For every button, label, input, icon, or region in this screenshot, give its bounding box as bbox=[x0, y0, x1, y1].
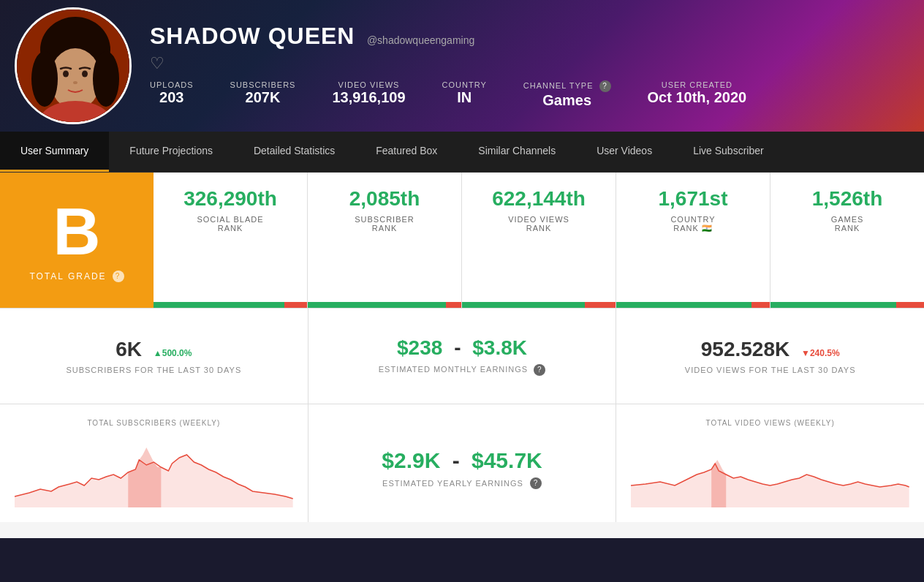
country-rank-value: 1,671st bbox=[627, 187, 759, 211]
rank-cards: 326,290th SOCIAL BLADERANK 2,085th SUBSC… bbox=[154, 173, 924, 308]
user-created-stat: USER CREATED Oct 10th, 2020 bbox=[648, 80, 747, 109]
svg-point-6 bbox=[63, 71, 69, 78]
video-views-chart-label: TOTAL VIDEO VIEWS (WEEKLY) bbox=[631, 419, 909, 427]
video-views-30day-label: VIDEO VIEWS FOR THE LAST 30 DAYS bbox=[685, 366, 856, 374]
video-views-chart-card: TOTAL VIDEO VIEWS (WEEKLY) bbox=[616, 404, 924, 522]
video-views-trend-badge: ▼240.5% bbox=[801, 348, 840, 358]
nav-bar: User Summary Future Projections Detailed… bbox=[0, 132, 924, 173]
social-blade-rank-value: 326,290th bbox=[164, 187, 296, 211]
video-views-stat: VIDEO VIEWS 13,916,109 bbox=[332, 80, 405, 109]
yearly-earnings-label: ESTIMATED YEARLY EARNINGS ? bbox=[382, 477, 542, 489]
channel-type-help-icon[interactable]: ? bbox=[599, 80, 611, 92]
favorite-icon[interactable]: ♡ bbox=[150, 54, 909, 73]
header: SHADOW QUEEN @shadowqueengaming ♡ UPLOAD… bbox=[0, 0, 924, 132]
subscribers-chart-card: TOTAL SUBSCRIBERS (WEEKLY) bbox=[0, 404, 308, 522]
subscribers-30day-card: 6K ▲500.0% SUBSCRIBERS FOR THE LAST 30 D… bbox=[0, 309, 308, 404]
monthly-earnings-card: $238 - $3.8K ESTIMATED MONTHLY EARNINGS … bbox=[308, 309, 617, 404]
channel-type-stat: CHANNEL TYPE ? Games bbox=[523, 80, 611, 109]
video-views-rank-card: 622,144th VIDEO VIEWSRANK bbox=[462, 173, 616, 308]
grade-box: B TOTAL GRADE ? bbox=[0, 173, 154, 308]
svg-point-8 bbox=[73, 81, 77, 84]
monthly-earnings-high: $3.8K bbox=[472, 336, 527, 359]
subscriber-rank-card: 2,085th SUBSCRIBERRANK bbox=[308, 173, 462, 308]
monthly-earnings-help-icon[interactable]: ? bbox=[534, 364, 545, 376]
channel-name: SHADOW QUEEN bbox=[150, 23, 355, 49]
grade-letter: B bbox=[53, 199, 101, 265]
header-stats: UPLOADS 203 SUBSCRIBERS 207K VIDEO VIEWS… bbox=[150, 80, 909, 109]
nav-item-similar-channels[interactable]: Similar Channels bbox=[458, 132, 576, 172]
svg-point-3 bbox=[31, 51, 58, 107]
nav-item-featured-box[interactable]: Featured Box bbox=[355, 132, 458, 172]
svg-point-7 bbox=[82, 71, 88, 78]
grade-label: TOTAL GRADE ? bbox=[29, 271, 124, 282]
subscribers-trend-badge: ▲500.0% bbox=[154, 348, 192, 358]
subscribers-chart-area bbox=[15, 434, 293, 507]
yearly-earnings-help-icon[interactable]: ? bbox=[530, 477, 542, 489]
channel-handle: @shadowqueengaming bbox=[367, 34, 474, 46]
video-views-rank-value: 622,144th bbox=[473, 187, 605, 211]
video-views-chart-area bbox=[631, 434, 909, 507]
svg-marker-10 bbox=[128, 447, 161, 507]
grade-help-icon[interactable]: ? bbox=[113, 271, 124, 282]
subscribers-30day-value: 6K bbox=[116, 338, 142, 360]
monthly-earnings-label: ESTIMATED MONTHLY EARNINGS ? bbox=[379, 364, 546, 376]
video-views-30day-value: 952.528K bbox=[701, 338, 789, 360]
yearly-earnings-low: $2.9K bbox=[382, 448, 440, 472]
channel-info: SHADOW QUEEN @shadowqueengaming ♡ UPLOAD… bbox=[150, 23, 909, 109]
svg-marker-12 bbox=[712, 460, 727, 507]
nav-item-user-videos[interactable]: User Videos bbox=[576, 132, 673, 172]
subscriber-rank-value: 2,085th bbox=[319, 187, 450, 211]
svg-point-4 bbox=[93, 51, 119, 107]
nav-item-live-subscriber[interactable]: Live Subscriber bbox=[673, 132, 784, 172]
subscribers-stat: SUBSCRIBERS 207K bbox=[230, 80, 296, 109]
earnings-chart-card: $2.9K - $45.7K ESTIMATED YEARLY EARNINGS… bbox=[308, 404, 617, 522]
uploads-stat: UPLOADS 203 bbox=[150, 80, 194, 109]
games-rank-value: 1,526th bbox=[781, 187, 913, 211]
subscribers-30day-label: SUBSCRIBERS FOR THE LAST 30 DAYS bbox=[66, 366, 241, 374]
video-views-30day-card: 952.528K ▼240.5% VIDEO VIEWS FOR THE LAS… bbox=[616, 309, 924, 404]
stats-cards-row: 6K ▲500.0% SUBSCRIBERS FOR THE LAST 30 D… bbox=[0, 309, 924, 404]
rank-row: B TOTAL GRADE ? 326,290th SOCIAL BLADERA… bbox=[0, 173, 924, 309]
svg-marker-11 bbox=[631, 464, 909, 507]
social-blade-rank-card: 326,290th SOCIAL BLADERANK bbox=[154, 173, 308, 308]
games-rank-card: 1,526th GAMESRANK bbox=[770, 173, 924, 308]
avatar bbox=[15, 7, 132, 124]
monthly-earnings-low: $238 bbox=[397, 336, 442, 359]
nav-item-user-summary[interactable]: User Summary bbox=[0, 132, 109, 172]
yearly-earnings-high: $45.7K bbox=[472, 448, 542, 472]
nav-item-future-projections[interactable]: Future Projections bbox=[109, 132, 233, 172]
subscribers-chart-label: TOTAL SUBSCRIBERS (WEEKLY) bbox=[15, 419, 293, 427]
country-stat: COUNTRY IN bbox=[442, 80, 487, 109]
yearly-earnings-section: $2.9K - $45.7K ESTIMATED YEARLY EARNINGS… bbox=[382, 437, 542, 489]
country-rank-card: 1,671st COUNTRYRANK 🇮🇳 bbox=[616, 173, 770, 308]
nav-item-detailed-statistics[interactable]: Detailed Statistics bbox=[233, 132, 355, 172]
main-content: B TOTAL GRADE ? 326,290th SOCIAL BLADERA… bbox=[0, 173, 924, 538]
chart-row: TOTAL SUBSCRIBERS (WEEKLY) $2.9K - $45.7… bbox=[0, 404, 924, 522]
